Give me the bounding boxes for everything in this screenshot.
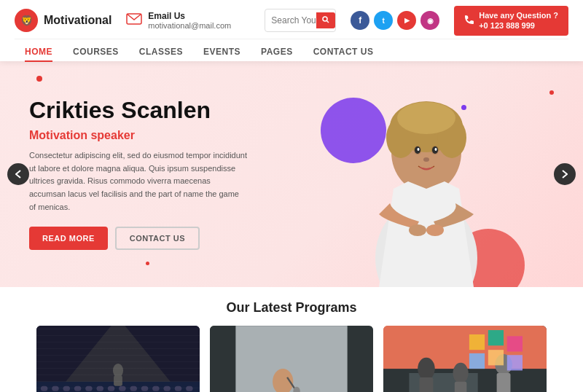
search-button[interactable] [316,12,335,28]
phone-button[interactable]: Have any Question ? +0 123 888 999 [454,6,568,36]
prev-arrow-button[interactable] [7,163,29,185]
program-card-2[interactable]: 11 JAN 2022 Business Planning [210,326,373,392]
nav-item-events[interactable]: EVENTS [193,42,251,61]
svg-point-1 [323,17,327,21]
nav-item-home[interactable]: HOME [15,42,63,61]
twitter-icon[interactable]: t [374,11,393,30]
logo[interactable]: 🦁 Motivational [15,9,111,32]
programs-title: Our Latest Programs [15,300,568,315]
svg-rect-81 [420,377,434,392]
svg-point-19 [409,224,426,236]
program-card-image-3[interactable]: 05 OCT 2021 [383,326,547,392]
svg-rect-26 [63,385,70,391]
program-image-1 [36,326,200,392]
nav-item-courses[interactable]: COURSES [63,42,129,61]
svg-point-16 [418,148,420,151]
svg-point-11 [397,102,455,134]
svg-rect-86 [469,334,485,350]
navbar: 🦁 Motivational Email Us motivational@mai… [0,0,583,61]
svg-point-69 [113,364,123,377]
svg-rect-24 [41,385,47,391]
program-card-1[interactable]: 20 DEC 2021 Careers Coaching [36,326,200,392]
svg-point-18 [423,157,429,162]
dot-2 [549,90,554,95]
svg-point-80 [418,357,435,380]
search-box[interactable] [265,9,336,32]
svg-marker-22 [62,326,173,386]
svg-rect-31 [119,385,125,391]
programs-section: Our Latest Programs [0,287,583,392]
svg-rect-29 [97,385,103,391]
social-icons: f t ▶ ◉ [351,11,439,30]
instagram-icon[interactable]: ◉ [420,11,439,30]
svg-rect-30 [108,385,114,391]
program-card-3[interactable]: 05 OCT 2021 Problems Solving [383,326,547,392]
nav-item-pages[interactable]: PAGES [251,42,303,61]
email-block: Email Us motivational@mail.com [126,11,250,30]
svg-rect-87 [488,330,504,345]
svg-rect-90 [488,350,504,365]
next-arrow-button[interactable] [554,163,576,185]
read-more-button[interactable]: READ MORE [29,227,108,250]
hero-person-image [343,68,510,287]
svg-rect-89 [469,353,485,368]
programs-grid: 20 DEC 2021 Careers Coaching [15,326,568,392]
svg-line-2 [327,21,329,23]
nav-menu: HOME COURSES CLASSES EVENTS PAGES CONTAC… [15,39,568,61]
svg-rect-37 [186,385,192,391]
hero-buttons: READ MORE CONTACT US [29,227,248,250]
youtube-icon[interactable]: ▶ [397,11,416,30]
svg-rect-27 [74,385,81,391]
svg-rect-21 [36,326,200,392]
svg-rect-91 [507,355,523,370]
svg-rect-28 [85,385,92,391]
logo-icon: 🦁 [15,9,38,32]
svg-rect-34 [152,385,159,391]
phone-label: Have any Question ? [479,10,558,20]
phone-text: Have any Question ? +0 123 888 999 [479,10,558,31]
program-image-2 [210,326,373,392]
svg-rect-25 [52,385,58,391]
hero-description: Consectetur adipiscing elit, sed do eius… [29,149,248,213]
svg-rect-88 [507,336,523,351]
svg-rect-70 [114,375,122,385]
email-icon [126,13,142,28]
search-input[interactable] [271,15,316,26]
facebook-icon[interactable]: f [351,11,369,30]
svg-rect-32 [130,385,137,391]
svg-rect-83 [455,381,467,392]
svg-point-17 [435,148,437,151]
hero-content: Crikties Scanlen Motivation speaker Cons… [0,76,277,272]
brand-name: Motivational [44,14,111,27]
hero-subtitle: Motivation speaker [29,129,248,142]
contact-us-button[interactable]: CONTACT US [115,227,200,250]
email-value: motivational@mail.com [148,21,231,30]
nav-item-classes[interactable]: CLASSES [129,42,193,61]
program-card-image-2[interactable]: 11 JAN 2022 [210,326,373,392]
hero-title: Crikties Scanlen [29,98,248,123]
svg-point-82 [453,362,468,383]
svg-point-20 [426,224,444,236]
email-label: Email Us [148,11,231,21]
phone-icon [464,15,474,26]
svg-rect-36 [175,385,181,391]
program-card-image-1[interactable]: 20 DEC 2021 [36,326,200,392]
hero-section: Crikties Scanlen Motivation speaker Cons… [0,61,583,287]
svg-rect-23 [36,381,200,392]
email-text: Email Us motivational@mail.com [148,11,231,30]
svg-rect-33 [141,385,148,391]
phone-number: +0 123 888 999 [479,20,535,31]
svg-rect-85 [497,373,511,392]
nav-item-contact[interactable]: CONTACT US [303,42,384,61]
program-image-3 [383,326,547,392]
svg-rect-35 [163,385,170,391]
